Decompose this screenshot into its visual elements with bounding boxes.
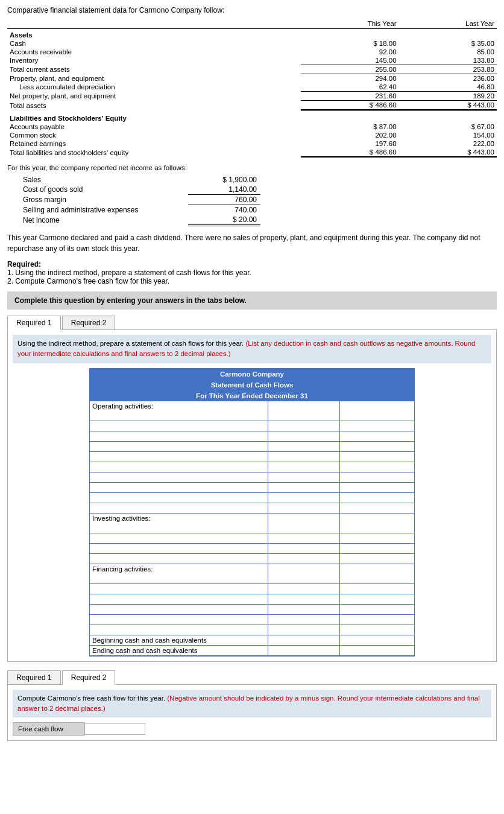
inv-row-3-desc[interactable] — [92, 545, 265, 552]
fin-row-4-desc[interactable] — [92, 606, 265, 613]
inv-row-2-sub[interactable] — [271, 535, 336, 542]
inv-row-2-desc[interactable] — [92, 535, 265, 542]
op-row-4-total[interactable] — [342, 443, 412, 450]
inv-last: 133.80 — [399, 56, 497, 65]
required-item-2: 2. Compute Carmono's free cash flow for … — [7, 277, 497, 285]
fin-row-1-sub[interactable] — [271, 575, 336, 582]
fin-row-3-desc[interactable] — [92, 596, 265, 603]
net-income-val: $ 20.00 — [188, 215, 260, 226]
ap-this: $ 87.00 — [301, 122, 398, 131]
ar-this: 92.00 — [301, 48, 398, 56]
op-row-3-sub[interactable] — [271, 433, 336, 440]
total-liab-this: $ 486.60 — [301, 148, 398, 157]
inv-row-4-desc[interactable] — [92, 555, 265, 562]
tab-required-2[interactable]: Required 2 — [62, 316, 116, 329]
net-income-label: Net income — [19, 215, 188, 226]
fin-row-3-total[interactable] — [342, 596, 412, 603]
tabs-row: Required 1 Required 2 — [7, 316, 497, 330]
op-row-3-total[interactable] — [342, 433, 412, 440]
bottom-tab-required-1[interactable]: Required 1 — [7, 670, 61, 684]
inv-row-1-total[interactable] — [342, 524, 412, 532]
ending-total[interactable] — [342, 647, 412, 654]
fin-row-6-desc[interactable] — [92, 626, 265, 634]
fin-row-2-desc[interactable] — [92, 585, 265, 593]
op-row-10-total[interactable] — [342, 504, 412, 512]
fin-row-2-sub[interactable] — [271, 585, 336, 593]
op-row-3-desc[interactable] — [92, 433, 265, 440]
free-cash-input[interactable] — [85, 723, 145, 735]
bottom-tab-required-2[interactable]: Required 2 — [62, 670, 116, 685]
fin-row-2-total[interactable] — [342, 585, 412, 593]
inv-row-4-total[interactable] — [342, 555, 412, 562]
ar-label: Accounts receivable — [7, 48, 301, 56]
op-row-2-total[interactable] — [342, 422, 412, 430]
assets-header: Assets — [7, 29, 497, 40]
net-ppe-last: 189.20 — [399, 92, 497, 101]
op-row-8-sub[interactable] — [271, 484, 336, 491]
fin-row-6-sub[interactable] — [271, 626, 336, 634]
fin-row-4-total[interactable] — [342, 606, 412, 613]
op-row-7-sub[interactable] — [271, 474, 336, 481]
cs-last: 154.00 — [399, 131, 497, 139]
instruction-main: Using the indirect method, prepare a sta… — [17, 340, 244, 347]
inv-row-4-sub[interactable] — [271, 555, 336, 562]
free-cash-row: Free cash flow — [13, 722, 491, 736]
op-row-9-sub[interactable] — [271, 494, 336, 501]
tab-1-content: Using the indirect method, prepare a sta… — [7, 330, 497, 662]
op-row-7-desc[interactable] — [92, 474, 265, 481]
fin-row-6-total[interactable] — [342, 626, 412, 634]
total-assets-last: $ 443.00 — [399, 101, 497, 110]
re-label: Retained earnings — [7, 139, 301, 148]
op-row-9-desc[interactable] — [92, 494, 265, 501]
op-row-4-sub[interactable] — [271, 443, 336, 450]
fin-row-4-sub[interactable] — [271, 606, 336, 613]
ppe-last: 236.00 — [399, 74, 497, 83]
op-row-6-total[interactable] — [342, 463, 412, 471]
op-row-6-desc[interactable] — [92, 463, 265, 471]
required-header: Required: — [7, 260, 41, 269]
inv-row-3-total[interactable] — [342, 545, 412, 552]
op-row-4-desc[interactable] — [92, 443, 265, 450]
cogs-val: 1,140.00 — [188, 185, 260, 195]
op-row-10-desc[interactable] — [92, 504, 265, 512]
re-last: 222.00 — [399, 139, 497, 148]
inv-row-1-sub[interactable] — [271, 524, 336, 532]
fin-row-1-total[interactable] — [342, 575, 412, 582]
cash-last: $ 35.00 — [399, 39, 497, 48]
fin-row-5-desc[interactable] — [92, 616, 265, 623]
op-row-2-desc[interactable] — [92, 422, 265, 430]
inv-row-2-total[interactable] — [342, 535, 412, 542]
compute-box: Compute Carmono's free cash flow for thi… — [13, 690, 491, 718]
beginning-sub[interactable] — [271, 637, 336, 644]
op-row-1-sub[interactable] — [271, 412, 336, 419]
bottom-tabs-row: Required 1 Required 2 — [7, 670, 497, 685]
op-row-5-sub[interactable] — [271, 453, 336, 460]
ending-sub[interactable] — [271, 647, 336, 654]
balance-sheet-table: This Year Last Year Assets Cash$ 18.00$ … — [7, 19, 497, 158]
op-row-8-desc[interactable] — [92, 484, 265, 491]
fin-row-1-desc[interactable] — [92, 575, 265, 582]
op-row-2-sub[interactable] — [271, 422, 336, 430]
inv-row-3-sub[interactable] — [271, 545, 336, 552]
op-row-7-total[interactable] — [342, 474, 412, 481]
beginning-total[interactable] — [342, 637, 412, 644]
op-row-6-sub[interactable] — [271, 463, 336, 471]
re-this: 197.60 — [301, 139, 398, 148]
op-row-1-desc[interactable] — [92, 412, 265, 419]
fin-row-3-sub[interactable] — [271, 596, 336, 603]
op-row-5-desc[interactable] — [92, 453, 265, 460]
op-row-10-sub[interactable] — [271, 504, 336, 512]
tab-required-1[interactable]: Required 1 — [7, 316, 61, 330]
op-row-8-total[interactable] — [342, 484, 412, 491]
net-ppe-this: 231.60 — [301, 92, 398, 101]
sales-val: $ 1,900.00 — [188, 175, 260, 185]
cogs-label: Cost of goods sold — [19, 185, 188, 195]
op-row-1-total[interactable] — [342, 412, 412, 419]
ar-last: 85.00 — [399, 48, 497, 56]
tabs-container: Required 1 Required 2 Using the indirect… — [7, 316, 497, 662]
op-row-5-total[interactable] — [342, 453, 412, 460]
inv-row-1-desc[interactable] — [92, 524, 265, 532]
fin-row-5-sub[interactable] — [271, 616, 336, 623]
op-row-9-total[interactable] — [342, 494, 412, 501]
fin-row-5-total[interactable] — [342, 616, 412, 623]
